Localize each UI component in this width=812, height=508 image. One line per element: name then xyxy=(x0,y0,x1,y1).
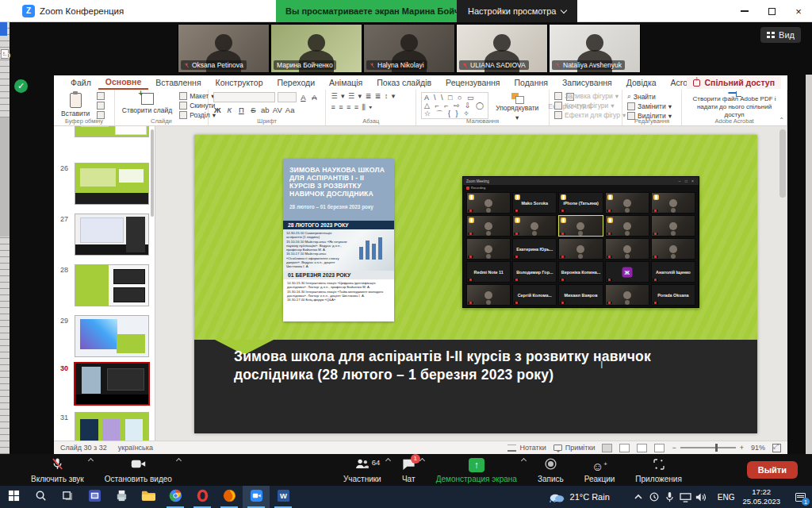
shape-outline-button[interactable]: Контур фігури ▾ xyxy=(554,102,626,110)
zoom-out-icon[interactable]: − xyxy=(672,444,676,452)
notes-button[interactable]: Нотатки xyxy=(508,444,546,452)
slide-thumbnail-30[interactable]: 30 xyxy=(54,363,155,405)
participants-button[interactable]: 64Участники xyxy=(333,454,392,486)
chevron-up-icon[interactable] xyxy=(630,487,646,506)
search-taskbar-button[interactable] xyxy=(27,486,54,508)
font-style-button[interactable]: К xyxy=(225,106,234,114)
zoom-slider[interactable]: − + xyxy=(672,444,744,452)
slide-thumbnail-26[interactable]: 26 xyxy=(54,163,155,205)
slide-thumbnail-29[interactable]: 29 xyxy=(54,315,155,357)
display-icon[interactable] xyxy=(678,487,694,506)
ribbon-tab-довідка[interactable]: Довідка xyxy=(619,76,664,89)
close-button[interactable]: × xyxy=(785,0,812,22)
firefox-taskbar-button[interactable] xyxy=(216,486,243,508)
leave-meeting-button[interactable]: Выйти xyxy=(747,461,798,479)
slide-thumbnail-31[interactable]: 31 xyxy=(54,412,155,441)
screen-share-button[interactable]: ↑Демонстрация экрана xyxy=(426,454,527,486)
font-style-button[interactable]: AV xyxy=(273,106,282,114)
comments-button[interactable]: Примітки xyxy=(553,444,596,452)
cut-icon[interactable] xyxy=(97,92,105,100)
fax-app-taskbar-button[interactable] xyxy=(108,486,135,508)
chevron-up-icon[interactable] xyxy=(521,458,527,464)
language-switcher[interactable]: ENG xyxy=(718,493,735,502)
font-style-button[interactable]: S xyxy=(249,106,258,114)
language-indicator[interactable]: українська xyxy=(118,444,153,452)
font-style-button[interactable]: Ж xyxy=(213,106,222,114)
chat-button[interactable]: 1Чат xyxy=(392,454,426,486)
reading-view-button[interactable] xyxy=(637,444,647,452)
apps-button[interactable]: Приложения xyxy=(625,454,692,486)
opera-taskbar-button[interactable] xyxy=(189,486,216,508)
video-camera-button[interactable]: Остановить видео xyxy=(94,454,182,486)
ribbon-tab-анімація[interactable]: Анімація xyxy=(322,76,370,89)
volume-icon[interactable] xyxy=(694,487,710,506)
zoom-slider-track[interactable] xyxy=(680,447,736,448)
paste-button[interactable]: Вставити xyxy=(59,92,92,118)
ribbon-tab-вставлення[interactable]: Вставлення xyxy=(148,76,208,89)
notification-center-button[interactable]: 1 xyxy=(788,486,812,508)
windows-start-taskbar-button[interactable] xyxy=(0,486,27,508)
zoom-slider-thumb[interactable] xyxy=(715,444,718,452)
align-buttons[interactable]: ≡ ≡ ≡ ≡ ⫼ ▾ xyxy=(331,103,373,112)
normal-view-button[interactable] xyxy=(602,444,612,452)
microphone-icon[interactable] xyxy=(662,487,678,506)
movie-app-taskbar-button[interactable] xyxy=(81,486,108,508)
replace-button[interactable]: Замінити ▾ xyxy=(627,102,672,110)
chevron-up-icon[interactable] xyxy=(88,458,94,464)
ribbon-tab-показ слайдів[interactable]: Показ слайдів xyxy=(370,76,439,89)
zoom-app-taskbar-button[interactable] xyxy=(243,486,270,508)
chrome-taskbar-button[interactable] xyxy=(162,486,189,508)
maximize-button[interactable] xyxy=(758,0,785,22)
slide-canvas[interactable]: ЗИМОВА НАУКОВА ШКОЛА ДЛЯ АСПІРАНТІВ І - … xyxy=(194,135,757,433)
zoom-level[interactable]: 91% xyxy=(751,444,765,452)
zoom-in-icon[interactable]: + xyxy=(740,444,744,452)
participant-video-tile[interactable]: ULIANA SADIOVA xyxy=(456,24,548,73)
record-button[interactable]: Запись xyxy=(527,454,574,486)
participant-video-tile[interactable]: Oksana Petinova xyxy=(178,24,270,73)
microphone-muted-button[interactable]: Включить звук xyxy=(21,454,94,486)
taskbar-clock[interactable]: 17:22 25.05.2023 xyxy=(742,487,780,506)
font-name-box[interactable] xyxy=(213,92,275,102)
weather-widget[interactable]: 21°C Rain xyxy=(548,491,610,503)
ribbon-tab-переходи[interactable]: Переходи xyxy=(270,76,322,89)
acrobat-action-button[interactable]: Створити файл Adobe PDF і надати до ньог… xyxy=(687,95,782,119)
collapse-ribbon-icon[interactable]: ⌃ xyxy=(779,117,784,124)
editor-scrollbar[interactable] xyxy=(779,129,786,198)
reactions-button[interactable]: ☺+Реакции xyxy=(574,454,626,486)
shape-effects-button[interactable]: Ефекти для фігур ▾ xyxy=(554,111,626,119)
slide-thumbnail-27[interactable]: 27 xyxy=(54,214,155,256)
slideshow-button[interactable] xyxy=(654,444,665,452)
shrink-font-icon[interactable]: A xyxy=(310,93,319,102)
participant-video-tile[interactable]: Nataliya Avshenyuk xyxy=(549,24,641,73)
task-view-taskbar-button[interactable] xyxy=(54,486,81,508)
new-slide-button[interactable]: Створити слайд xyxy=(120,92,174,115)
font-style-button[interactable]: ab xyxy=(261,106,270,114)
sync-icon[interactable] xyxy=(646,487,662,506)
slide-sorter-view-button[interactable] xyxy=(619,444,630,452)
copy-icon[interactable] xyxy=(97,102,105,110)
minimize-button[interactable] xyxy=(731,0,758,22)
font-style-button[interactable]: П xyxy=(237,106,246,114)
find-button[interactable]: ⌕ Знайти xyxy=(627,92,672,101)
ribbon-tab-рецензування[interactable]: Рецензування xyxy=(439,76,507,89)
thumbnail-scrollbar[interactable] xyxy=(151,129,154,217)
shapes-gallery[interactable]: A \ \ □ ○ ▭ △ ⌐ ⌐ ⇨ ⇩ ◯ ☆ ⌒ { } ✧ xyxy=(421,92,488,119)
chevron-up-icon[interactable] xyxy=(385,458,391,464)
file-explorer-taskbar-button[interactable] xyxy=(135,486,162,508)
ribbon-tab-файл[interactable]: Файл xyxy=(63,76,98,89)
chevron-up-icon[interactable] xyxy=(419,458,425,464)
shape-fill-button[interactable]: Заливка фігури ▾ xyxy=(554,92,626,100)
list-buttons[interactable]: ☰ ▾ ☰ ▾ ≣ ≣ ↕ ▾ xyxy=(331,92,396,100)
font-size-box[interactable] xyxy=(278,92,297,102)
ppt-share-button[interactable]: Спільний доступ xyxy=(687,76,781,89)
ribbon-tab-подання[interactable]: Подання xyxy=(508,76,555,89)
view-settings-button[interactable]: Настройки просмотра xyxy=(457,0,577,22)
ribbon-tab-конструктор[interactable]: Конструктор xyxy=(209,76,270,89)
ribbon-tab-основне[interactable]: Основне xyxy=(98,75,148,90)
participant-video-tile[interactable]: Halyna Nikolayi xyxy=(363,24,455,73)
chevron-up-icon[interactable] xyxy=(176,458,182,464)
slide-thumbnail-28[interactable]: 28 xyxy=(54,264,155,306)
fit-slide-button[interactable] xyxy=(772,444,781,452)
slide-thumbnail-25[interactable] xyxy=(54,126,155,137)
ribbon-tab-записування[interactable]: Записування xyxy=(555,76,619,89)
